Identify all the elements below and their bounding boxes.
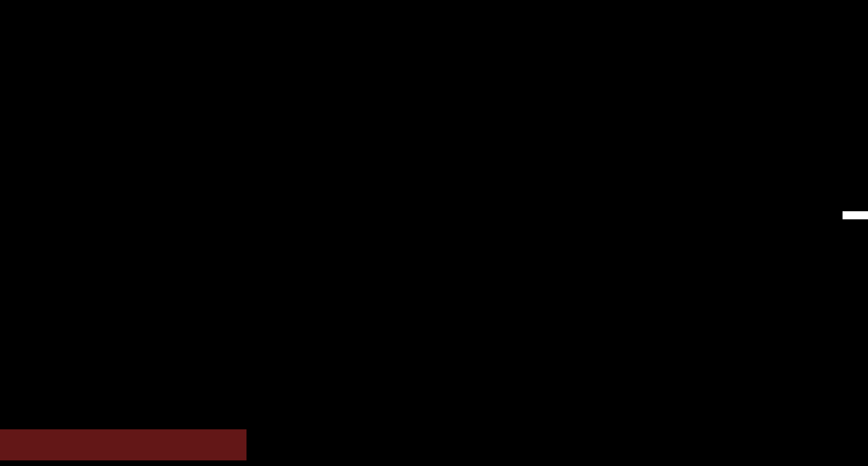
main-chart-pane[interactable]	[0, 0, 842, 327]
price-axis[interactable]	[842, 0, 868, 452]
price-movement-annotation	[562, 3, 854, 4]
instaforex-watermark	[0, 429, 246, 460]
current-price-badge	[843, 211, 868, 219]
mt4-chart-window	[0, 0, 868, 466]
